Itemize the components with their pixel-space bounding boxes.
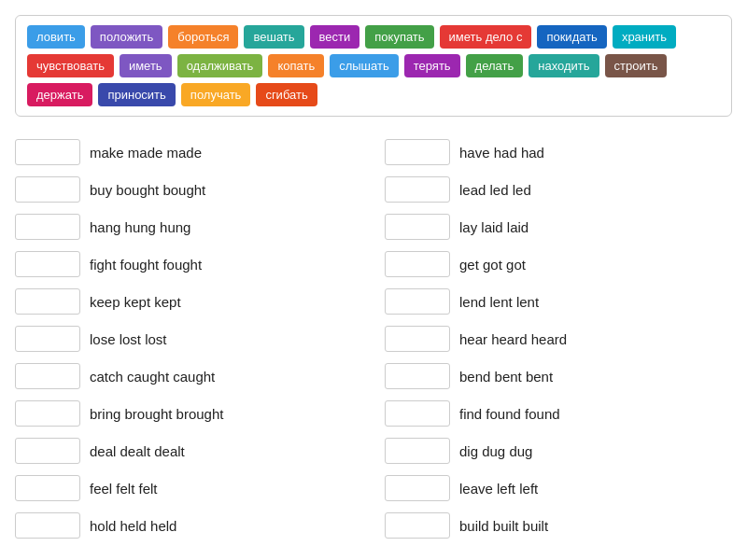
tags-container: ловитьположитьборотьсявешатьвестипокупат… [15, 15, 732, 117]
tag-item[interactable]: сгибать [256, 83, 317, 106]
word-row: lay laid laid [385, 208, 732, 245]
tag-item[interactable]: покупать [365, 25, 433, 49]
word-label: get got got [459, 257, 526, 273]
word-input-box[interactable] [15, 214, 80, 240]
word-input-box[interactable] [385, 288, 450, 315]
word-row: find found found [385, 395, 732, 432]
word-row: fight fought fought [15, 245, 362, 283]
word-label: build built built [459, 518, 548, 534]
word-input-box[interactable] [15, 139, 80, 165]
word-row: dig dug dug [385, 432, 732, 469]
word-label: make made made [90, 145, 202, 161]
tag-item[interactable]: терять [404, 54, 460, 77]
word-label: keep kept kept [90, 294, 181, 310]
word-label: hang hung hung [90, 219, 190, 235]
tag-item[interactable]: иметь дело с [440, 25, 532, 49]
word-label: buy bought bought [90, 182, 205, 198]
word-row: have had had [385, 133, 732, 171]
word-input-box[interactable] [15, 251, 80, 277]
word-label: bring brought brought [90, 406, 223, 422]
word-row: make made made [15, 133, 362, 171]
word-input-box[interactable] [385, 139, 450, 165]
word-row: get got got [385, 245, 732, 283]
tag-item[interactable]: делать [466, 54, 524, 77]
word-row: bring brought brought [15, 395, 362, 432]
word-row: lead led led [385, 171, 732, 208]
word-label: dig dug dug [459, 443, 532, 459]
word-input-box[interactable] [15, 363, 80, 389]
word-input-box[interactable] [385, 438, 450, 464]
tag-item[interactable]: слышать [330, 54, 399, 77]
word-label: lend lent lent [459, 294, 539, 310]
word-input-box[interactable] [385, 176, 450, 203]
tag-item[interactable]: иметь [120, 54, 172, 77]
word-input-box[interactable] [15, 176, 80, 203]
word-input-box[interactable] [15, 512, 80, 539]
word-input-box[interactable] [385, 251, 450, 277]
word-row: hang hung hung [15, 208, 362, 245]
word-row: keep kept kept [15, 283, 362, 320]
word-label: hear heard heard [459, 331, 567, 347]
word-label: lead led led [459, 182, 531, 198]
word-input-box[interactable] [385, 475, 450, 501]
word-row: deal dealt dealt [15, 432, 362, 469]
word-input-box[interactable] [385, 512, 450, 539]
tag-item[interactable]: ловить [27, 25, 85, 49]
word-input-box[interactable] [385, 400, 450, 427]
tag-item[interactable]: держать [27, 83, 92, 106]
word-row: build built built [385, 507, 732, 544]
word-label: lay laid laid [459, 219, 529, 235]
word-input-box[interactable] [15, 288, 80, 315]
word-label: hold held held [90, 518, 176, 534]
tag-item[interactable]: вести [310, 25, 360, 49]
word-input-box[interactable] [385, 214, 450, 240]
word-grid: make made madehave had hadbuy bought bou… [15, 133, 732, 544]
word-input-box[interactable] [15, 438, 80, 464]
word-label: lose lost lost [90, 331, 167, 347]
tag-item[interactable]: чувствовать [27, 54, 114, 77]
word-row: bend bent bent [385, 357, 732, 395]
word-row: catch caught caught [15, 357, 362, 395]
word-label: deal dealt dealt [90, 443, 185, 459]
word-label: have had had [459, 145, 544, 161]
word-input-box[interactable] [15, 400, 80, 427]
word-input-box[interactable] [385, 326, 450, 352]
tag-item[interactable]: находить [529, 54, 599, 77]
word-input-box[interactable] [15, 475, 80, 501]
tag-item[interactable]: хранить [613, 25, 676, 49]
word-input-box[interactable] [15, 326, 80, 352]
word-row: hear heard heard [385, 320, 732, 357]
tag-item[interactable]: одалживать [177, 54, 263, 77]
word-label: find found found [459, 406, 560, 422]
tag-item[interactable]: копать [268, 54, 324, 77]
word-row: lose lost lost [15, 320, 362, 357]
tag-item[interactable]: покидать [537, 25, 606, 49]
word-row: leave left left [385, 469, 732, 507]
tag-item[interactable]: положить [91, 25, 162, 49]
word-label: feel felt felt [90, 481, 158, 497]
word-label: leave left left [459, 481, 538, 497]
tag-item[interactable]: приносить [98, 83, 175, 106]
tag-item[interactable]: бороться [168, 25, 238, 49]
tag-item[interactable]: получать [181, 83, 251, 106]
word-label: catch caught caught [90, 369, 215, 385]
word-input-box[interactable] [385, 363, 450, 389]
word-row: buy bought bought [15, 171, 362, 208]
tag-item[interactable]: вешать [244, 25, 303, 49]
tag-item[interactable]: строить [605, 54, 668, 77]
word-row: feel felt felt [15, 469, 362, 507]
word-label: bend bent bent [459, 369, 553, 385]
word-row: hold held held [15, 507, 362, 544]
word-label: fight fought fought [90, 257, 202, 273]
word-row: lend lent lent [385, 283, 732, 320]
